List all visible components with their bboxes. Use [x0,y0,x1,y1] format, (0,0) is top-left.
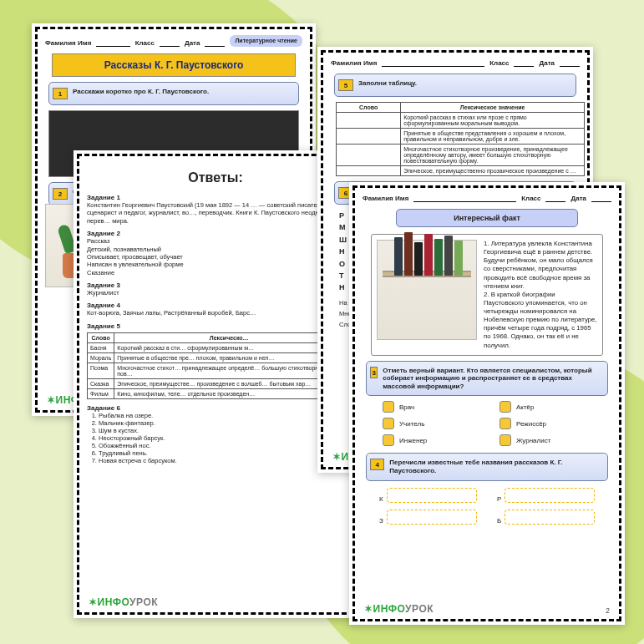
ans-2-line: Описывает, просвещает, обучает [87,253,344,261]
hdr-date-label: Дата [185,39,200,47]
ans-2-line: Рассказ [87,237,344,245]
checkbox-icon[interactable] [499,418,511,429]
checkbox-icon[interactable] [383,434,394,446]
fill-z[interactable]: З [379,510,477,525]
hdr-name-label: Фамилия Имя [45,39,91,47]
t5-cell[interactable] [337,129,401,145]
ans-6-item: Мальчик-фантазер. [99,419,344,427]
ans-6-heading: Задание 6 [87,404,344,412]
hdr-name-label: Фамилия Имя [363,195,408,202]
option-label: Журналист [516,437,550,444]
logo-part2: УРОК [129,596,158,608]
logo-part2: УРОК [405,603,434,615]
fill-input[interactable] [387,510,477,525]
fill-k[interactable]: К [379,488,477,503]
ans-1-heading: Задание 1 [87,194,344,201]
ans-5-cell: Принятые в обществе пре… плохом, правиль… [114,352,344,363]
checkbox-icon[interactable] [499,434,511,446]
fill-input[interactable] [505,488,595,503]
task-4: 4 Перечисли известные тебе названия расс… [366,453,608,480]
ans-5-cell: Многочастное стихот… принадлежащее опред… [114,363,344,378]
task-2-number: 2 [53,188,68,200]
fill-b[interactable]: Б [497,510,595,525]
t5-th: Лексическое значение [401,103,585,113]
option-akter[interactable]: Актёр [499,401,591,413]
option-label: Инженер [399,437,427,444]
option-label: Актёр [516,403,535,411]
option-label: Врач [399,403,414,411]
task-1-text: Расскажи коротко про К. Г. Паустовского. [73,88,209,96]
ans-2-text: Рассказ Детский, познавательный Описывае… [87,237,344,276]
option-vrach[interactable]: Врач [383,401,474,413]
header-row: Фамилия Имя Класс Дата Литературное чтен… [45,35,302,47]
worksheet-title: Рассказы К. Г. Паустовского [52,53,296,77]
task-3-options: Врач Актёр Учитель Режиссёр Инженер Журн… [383,401,591,446]
option-uchitel[interactable]: Учитель [383,418,474,429]
worksheet-page-2: Фамилия Имя Класс Дата Интересный факт 1… [349,182,625,625]
option-zhurnalist[interactable]: Журналист [499,434,591,446]
ans-5-th: Лексическо… [114,332,344,342]
fill-prefix: З [379,517,383,525]
hdr-name-line [96,38,129,47]
fact-text: 1. Литература увлекла Константина Георги… [484,240,597,350]
option-label: Учитель [399,420,424,428]
t5-cell[interactable] [337,166,401,176]
ans-6-list: Рыбалка на озере. Мальчик-фантазер. Шум … [99,412,344,464]
t5-cell: Короткий рассказ в стихах или прозе с пр… [401,113,585,129]
task-1: 1 Расскажи коротко про К. Г. Паустовског… [48,82,299,105]
page-number: 2 [606,606,610,615]
ans-6-item: Новая встреча с барсуком. [99,457,344,464]
t5-cell[interactable] [337,113,401,129]
task-5-table: СловоЛексическое значение Короткий расск… [336,102,585,176]
ans-5-cell: Эпическое, преимуществе… произведение с … [114,378,344,388]
t5-cell: Многочастное стихотворное произведение, … [401,145,585,166]
t5-cell: Эпическое, преимущественно прозаическое … [401,166,585,176]
logo: ✶ИНФОУРОК [89,596,158,608]
worksheet-answers-page: Ответы: Задание 1 Константин Георгиевич … [74,150,357,618]
bookshelf-image [377,240,477,340]
ans-3-heading: Задание 3 [87,281,344,289]
hdr-date-line [205,38,225,47]
task-3-number: 3 [370,367,378,378]
task-5-text: Заполни таблицу. [358,79,417,88]
task-1-number: 1 [53,88,68,99]
option-rezhisser[interactable]: Режиссёр [499,418,591,429]
ans-5-heading: Задание 5 [87,322,344,330]
ans-5-cell: Мораль [88,352,114,363]
task-5: 5 Заполни таблицу. [334,74,576,97]
checkbox-icon[interactable] [499,401,511,413]
fill-input[interactable] [387,488,477,503]
ans-6-item: Трудливый пень. [99,449,344,457]
ans-5-cell: Басня [88,342,114,352]
ans-2-line: Написан в увлекательной форме [87,261,344,268]
hdr-name-label: Фамилия Имя [331,59,377,67]
fill-input[interactable] [505,510,595,525]
fact-block: 1. Литература увлекла Константина Георги… [371,234,603,356]
hdr-date-label: Дата [539,59,555,67]
hdr-class-line [160,38,180,47]
fill-r[interactable]: Р [497,488,595,503]
checkbox-icon[interactable] [383,418,394,429]
ans-6-item: Обожжённый нос. [99,442,344,449]
hdr-class-label: Класс [135,39,155,47]
ans-5-cell: Короткий рассказ в сти… сформулированным… [114,342,344,352]
option-inzhener[interactable]: Инженер [383,434,474,446]
fact-chip: Интересный факт [396,209,578,227]
ans-6-item: Шум в кустах. [99,427,344,434]
option-label: Режиссёр [516,420,546,428]
ans-5-cell: Фильм [88,388,114,398]
logo-part1: ИНФО [98,596,130,608]
checkbox-icon[interactable] [383,401,394,413]
answers-title: Ответы: [87,170,344,185]
t5-cell[interactable] [337,145,401,166]
hdr-class-label: Класс [521,195,540,202]
ans-2-line: Детский, познавательный [87,246,344,253]
ans-2-line: Сказание [87,269,344,276]
ans-1-text: Константин Георгиевич Паустовский (19 ма… [87,201,344,225]
ans-5-cell: Сказка [88,378,114,388]
ans-5-cell: Кино, кинофильм, теле… отдельное произве… [114,388,344,398]
ans-6-item: Рыбалка на озере. [99,412,344,419]
fill-prefix: Р [497,495,501,503]
ans-5-th: Слово [88,332,114,342]
task-3: 3 Отметь верный вариант. Кто является сп… [366,361,608,397]
